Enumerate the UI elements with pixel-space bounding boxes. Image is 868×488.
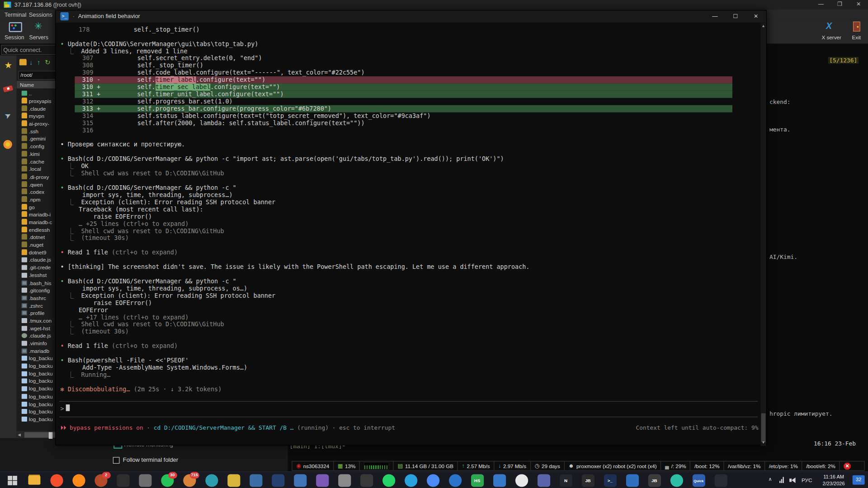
file-item[interactable]: log_backu <box>17 355 58 362</box>
file-item[interactable]: .zshrc <box>17 302 58 310</box>
file-item[interactable]: .config <box>17 143 58 150</box>
claude-minimize-icon[interactable]: — <box>705 10 725 23</box>
file-item[interactable]: mariadb-c <box>17 218 58 226</box>
edge-browser-taskbar-button[interactable] <box>444 473 466 488</box>
whatsapp-green-taskbar-button[interactable] <box>377 473 400 488</box>
file-item[interactable]: .gemini <box>17 135 58 143</box>
notion-app-taskbar-button[interactable]: N <box>555 473 577 488</box>
file-explorer-taskbar-button[interactable] <box>23 473 45 488</box>
file-item[interactable]: log_backu <box>17 362 58 370</box>
file-item[interactable]: .bash_his <box>17 279 58 286</box>
monitor-close-icon[interactable]: ✕ <box>844 462 851 469</box>
file-item[interactable]: .claude <box>17 105 58 113</box>
file-item[interactable]: ai-proxy- <box>17 120 58 127</box>
quick-connect-input[interactable]: Quick connect. <box>1 45 58 55</box>
windows-start-taskbar-button[interactable] <box>1 473 23 488</box>
folder-up-icon[interactable] <box>19 60 27 65</box>
scroll-left-icon[interactable]: ◀ <box>18 433 21 437</box>
file-item[interactable]: .lesshst <box>17 272 58 279</box>
follow-terminal-label[interactable]: Follow terminal folder <box>123 456 178 463</box>
file-item[interactable]: .mariadb <box>17 347 58 355</box>
scroll-up-icon[interactable]: ▲ <box>760 23 766 29</box>
claude-scrollbar[interactable]: ▲ ▼ <box>760 23 766 446</box>
network-tray-icon[interactable] <box>779 477 784 483</box>
menu-terminal[interactable]: Terminal <box>5 11 27 18</box>
file-item[interactable]: .local <box>17 165 58 173</box>
rider-app-taskbar-button[interactable]: JB <box>643 473 665 488</box>
chrome-taskbar-button[interactable] <box>422 473 444 488</box>
file-item[interactable]: .viminfo <box>17 339 58 347</box>
file-item[interactable]: .tmux.con <box>17 317 58 324</box>
tray-clock[interactable]: 11:16 AM 2/23/2026 <box>817 474 850 487</box>
restore-icon[interactable]: ❐ <box>830 0 849 9</box>
purple-app-taskbar-button[interactable] <box>311 473 333 488</box>
language-indicator[interactable]: РУС <box>802 477 812 483</box>
dark-app-taskbar-button[interactable] <box>112 473 134 488</box>
tools-knife-icon[interactable] <box>3 84 14 95</box>
file-item[interactable]: .kimi <box>17 150 58 158</box>
claude-maximize-icon[interactable]: ☐ <box>725 10 745 23</box>
quick-assist-taskbar-button[interactable]: Quick <box>688 473 710 488</box>
file-item[interactable]: .bashrc <box>17 294 58 302</box>
text-cursor[interactable] <box>66 404 70 411</box>
browser-profile-taskbar-button[interactable]: 2 <box>90 473 112 488</box>
file-item[interactable]: endlessh <box>17 226 58 234</box>
gray-app-taskbar-button[interactable] <box>134 473 156 488</box>
file-item[interactable]: log_backu <box>17 393 58 400</box>
opera-taskbar-button[interactable] <box>510 473 533 488</box>
telegram-taskbar-button[interactable] <box>400 473 422 488</box>
file-item[interactable]: .di-proxy <box>17 173 58 181</box>
discord-app-taskbar-button[interactable] <box>533 473 555 488</box>
file-item[interactable]: .gitconfig <box>17 286 58 294</box>
file-item[interactable]: .. <box>17 89 58 97</box>
close-icon[interactable]: ✕ <box>849 0 868 9</box>
claude-titlebar[interactable]: >_ · Animation field behavior —☐✕ <box>56 10 766 23</box>
follow-terminal-checkbox[interactable] <box>113 457 120 464</box>
favorites-star-icon[interactable]: ★ <box>3 60 14 70</box>
notification-count-badge[interactable]: 32 <box>853 475 865 485</box>
hisuite-taskbar-button[interactable]: HS <box>466 473 488 488</box>
dark-app-3-taskbar-button[interactable] <box>710 473 732 488</box>
file-item[interactable]: .npm <box>17 196 58 203</box>
file-item[interactable]: proxyapis <box>17 97 58 105</box>
qbittorrent-taskbar-button[interactable] <box>200 473 222 488</box>
dark-app-2-taskbar-button[interactable] <box>355 473 377 488</box>
file-item[interactable]: mariadb-i <box>17 211 58 219</box>
jetbrains-app-taskbar-button[interactable]: JB <box>577 473 599 488</box>
blue-app-taskbar-button[interactable] <box>488 473 510 488</box>
file-item[interactable]: log_backu <box>17 370 58 377</box>
file-item[interactable]: log_backu <box>17 408 58 415</box>
volume-tray-icon[interactable] <box>789 478 795 483</box>
camera-app-taskbar-button[interactable] <box>621 473 643 488</box>
file-item[interactable]: .claude.js <box>17 332 58 340</box>
file-item[interactable]: log_backu <box>17 377 58 385</box>
whatsapp-taskbar-button[interactable]: 30 <box>156 473 178 488</box>
file-item[interactable]: .wget-hst <box>17 324 58 332</box>
file-item[interactable]: myvpn <box>17 113 58 120</box>
powershell-taskbar-button[interactable]: >_ <box>599 473 621 488</box>
claude-close-icon[interactable]: ✕ <box>745 10 766 23</box>
path-input[interactable]: /root/ <box>18 71 57 80</box>
brave-browser-taskbar-button[interactable] <box>45 473 67 488</box>
file-item[interactable]: go <box>17 203 58 211</box>
tray-chevron-icon[interactable]: ∧ <box>769 476 772 482</box>
file-item[interactable]: .dotnet <box>17 234 58 241</box>
refresh-icon[interactable]: ↻ <box>45 59 50 66</box>
file-item[interactable]: .profile <box>17 309 58 317</box>
download-icon[interactable]: ↓ <box>29 59 33 66</box>
menu-sessions[interactable]: Sessions <box>29 11 52 18</box>
files-column-header[interactable]: Name <box>17 81 58 89</box>
file-item[interactable]: .claude.js <box>17 256 58 264</box>
blue-folder-app-taskbar-button[interactable] <box>289 473 311 488</box>
file-item[interactable]: dotnet9 <box>17 249 58 256</box>
firefox-browser-taskbar-button[interactable] <box>67 473 90 488</box>
file-item[interactable]: .qwen <box>17 180 58 188</box>
file-item[interactable]: .git-crede <box>17 264 58 272</box>
file-item[interactable]: .codex <box>17 188 58 196</box>
file-item[interactable]: .ssh <box>17 127 58 135</box>
minimize-icon[interactable]: — <box>811 0 830 9</box>
network-globe-icon[interactable] <box>3 140 14 150</box>
file-item[interactable]: log_backu <box>17 400 58 408</box>
remote-desktop-app-taskbar-button[interactable] <box>245 473 267 488</box>
updater-app-taskbar-button[interactable] <box>333 473 355 488</box>
